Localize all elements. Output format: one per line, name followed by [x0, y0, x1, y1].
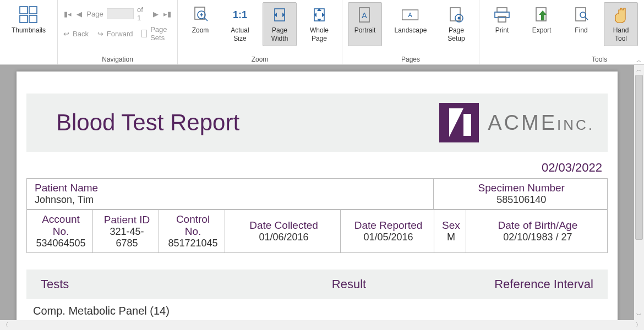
print-icon	[492, 5, 512, 25]
specimen-number-value: 585106140	[441, 194, 602, 206]
find-label: Find	[575, 25, 587, 35]
zoom-icon	[190, 5, 210, 25]
actual-size-label: Actual Size	[231, 25, 249, 43]
svg-rect-2	[20, 15, 28, 23]
patient-name-label: Patient Name	[35, 182, 428, 194]
brand-logo: ACMEINC.	[439, 103, 594, 142]
page-width-label: Page Width	[271, 25, 288, 43]
hand-tool-button[interactable]: Hand Tool	[604, 2, 638, 46]
vertical-scrollbar[interactable]: ︿ ﹀	[634, 65, 644, 320]
forward-button[interactable]: Forward	[107, 30, 133, 38]
sex-value: M	[442, 232, 460, 243]
svg-rect-29	[576, 8, 586, 21]
hand-tool-label: Hand Tool	[613, 25, 629, 43]
ribbon-collapse-button[interactable]: ︿	[636, 57, 642, 64]
report-title: Blood Test Report	[56, 109, 239, 136]
export-button[interactable]: Export	[525, 2, 559, 46]
page-sets-checkbox[interactable]	[141, 30, 147, 37]
horizontal-scrollbar[interactable]: 〈 〉	[0, 320, 644, 330]
svg-rect-3	[29, 15, 37, 23]
hand-tool-icon	[611, 5, 631, 25]
brand-name: ACME	[488, 111, 557, 134]
patient-id-label: Patient ID	[101, 214, 153, 226]
export-icon	[532, 5, 552, 25]
brand-suffix: INC.	[557, 117, 594, 133]
report-date: 02/03/2022	[17, 152, 618, 178]
scroll-track[interactable]	[634, 75, 644, 310]
find-button[interactable]: Find	[564, 2, 598, 46]
whole-page-icon	[309, 5, 329, 25]
patient-id-value: 321-45-6785	[101, 226, 153, 249]
page-width-icon	[270, 5, 290, 25]
landscape-icon: A	[401, 5, 421, 25]
svg-point-30	[580, 12, 586, 18]
report-page: Blood Test Report ACMEINC. 02/03/2022 Pa…	[17, 72, 618, 320]
tests-col-ref: Reference Interval	[448, 277, 593, 292]
svg-rect-1	[29, 7, 37, 14]
page-of-label: of 1	[137, 6, 149, 22]
svg-marker-28	[539, 10, 547, 20]
thumbnails-button[interactable]: Thumbnails	[6, 2, 52, 46]
page-width-button[interactable]: Page Width	[263, 2, 297, 46]
prev-page-button[interactable]: ◀	[75, 10, 83, 18]
print-label: Print	[495, 25, 509, 35]
scroll-left-button[interactable]: 〈	[0, 321, 11, 329]
next-page-button[interactable]: ▶	[152, 10, 160, 18]
tests-header: Tests Result Reference Interval	[26, 270, 608, 299]
page-setup-icon	[446, 5, 466, 25]
print-button[interactable]: Print	[485, 2, 519, 46]
patient-info-table: Patient Name Johnson, Tim Specimen Numbe…	[26, 178, 608, 210]
navigation-group-label: Navigation	[102, 54, 133, 63]
page-setup-button[interactable]: Page Setup	[439, 2, 473, 46]
scroll-up-button[interactable]: ︿	[634, 65, 644, 75]
dob-age-label: Date of Birth/Age	[474, 219, 602, 232]
svg-rect-0	[20, 7, 28, 14]
ribbon: Thumbnails ▮◂ ◀ Page of 1 ▶ ▸▮ ↩ Back	[0, 0, 644, 65]
sex-label: Sex	[442, 219, 460, 232]
date-collected-label: Date Collected	[233, 219, 335, 232]
svg-rect-24	[497, 8, 507, 12]
zoom-label: Zoom	[192, 25, 209, 35]
page-number-input[interactable]	[107, 8, 134, 19]
account-no-label: Account No.	[35, 213, 87, 238]
scroll-thumb[interactable]	[635, 75, 643, 240]
whole-page-label: Whole Page	[310, 25, 329, 43]
zoom-button[interactable]: Zoom	[183, 2, 217, 46]
svg-text:A: A	[408, 12, 412, 19]
landscape-button[interactable]: A Landscape	[388, 2, 434, 46]
tools-group-label: Tools	[592, 54, 607, 63]
brand-text: ACMEINC.	[488, 111, 594, 135]
scroll-right-button[interactable]: 〉	[633, 321, 644, 329]
find-icon	[571, 5, 591, 25]
date-collected-value: 01/06/2016	[233, 232, 335, 243]
actual-size-button[interactable]: 1:1 Actual Size	[223, 2, 257, 46]
back-icon: ↩	[63, 30, 69, 38]
document-viewer[interactable]: Blood Test Report ACMEINC. 02/03/2022 Pa…	[0, 65, 634, 320]
landscape-label: Landscape	[395, 25, 427, 35]
specimen-number-label: Specimen Number	[441, 182, 602, 194]
tests-col-tests: Tests	[41, 277, 250, 292]
control-no-value: 851721045	[167, 238, 219, 249]
date-reported-label: Date Reported	[348, 219, 428, 232]
export-label: Export	[532, 25, 552, 35]
whole-page-button[interactable]: Whole Page	[302, 2, 336, 46]
zoom-group-label: Zoom	[252, 54, 269, 63]
last-page-button[interactable]: ▸▮	[163, 10, 172, 18]
test-row: Comp. Metabolic Panel (14)	[26, 305, 608, 317]
first-page-button[interactable]: ▮◂	[63, 10, 72, 18]
report-header: Blood Test Report ACMEINC.	[26, 94, 608, 152]
svg-text:A: A	[362, 11, 367, 20]
control-no-label: Control No.	[167, 213, 219, 238]
pages-group-label: Pages	[401, 54, 420, 63]
portrait-label: Portrait	[354, 25, 376, 35]
thumbnails-label: Thumbnails	[12, 25, 46, 35]
portrait-icon: A	[355, 5, 375, 25]
brand-mark-icon	[439, 103, 479, 142]
portrait-button[interactable]: A Portrait	[348, 2, 382, 46]
scroll-down-button[interactable]: ﹀	[634, 310, 644, 320]
svg-rect-4	[195, 7, 205, 19]
back-button[interactable]: Back	[73, 30, 89, 38]
patient-name-value: Johnson, Tim	[35, 194, 428, 206]
page-label: Page	[86, 10, 103, 18]
thumbnails-icon	[19, 5, 39, 25]
